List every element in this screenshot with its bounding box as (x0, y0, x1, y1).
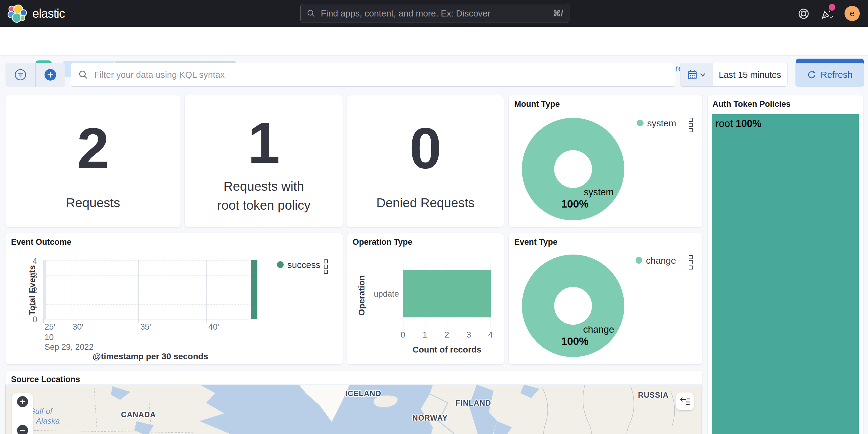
calendar-icon (687, 69, 697, 80)
x-tick: 4 (488, 330, 493, 340)
zoom-in-button[interactable]: + (17, 396, 28, 407)
panel-event-outcome: Event Outcome 4 3 2 1 0 Total Events 25'… (5, 233, 343, 365)
panel-mount-type: Mount Type system 100% system (509, 95, 702, 227)
metric-label: Requests (5, 194, 181, 212)
nav-bar: D Dashboard [Hashicorp Vault] Audit Logs… (0, 27, 868, 55)
operation-type-plot[interactable] (403, 263, 491, 327)
x-tick: 0 (400, 330, 405, 340)
bar-success[interactable] (251, 260, 257, 319)
x-axis-title: Count of records (403, 345, 491, 355)
panel-title: Source Locations (11, 375, 80, 384)
treemap-cell-root[interactable]: root 100% (712, 114, 859, 434)
panel-root-token-requests: 1 Requests with root token policy (185, 95, 343, 227)
legend-item[interactable]: system (647, 118, 676, 128)
avatar[interactable]: e (844, 6, 860, 21)
slice-label: change (583, 324, 614, 335)
search-icon (79, 70, 88, 80)
legend-actions-icon[interactable] (324, 259, 328, 274)
panel-title: Event Type (514, 237, 558, 247)
legend-actions-icon[interactable] (689, 255, 693, 269)
kql-input[interactable] (94, 69, 668, 80)
help-icon[interactable] (798, 8, 809, 20)
filter-icon (14, 68, 27, 81)
slice-value: 100% (561, 335, 589, 347)
panel-title: Operation Type (352, 237, 412, 247)
x-axis-title: @timestamp per 30 seconds (43, 352, 257, 361)
legend-collapse-icon (680, 397, 690, 406)
metric-label: Denied Requests (347, 194, 504, 212)
global-search[interactable]: ⌘/ (301, 4, 569, 23)
zoom-out-button[interactable]: − (17, 425, 28, 434)
x-tick: 40' (208, 322, 219, 332)
y-axis-title: Operation (357, 256, 367, 335)
time-picker-calendar-button[interactable] (680, 63, 713, 86)
map-label-canada: CANADA (121, 410, 156, 419)
x-tick: 35' (140, 322, 151, 332)
plus-circle-icon (44, 68, 57, 81)
x-tick: 2 (444, 330, 449, 340)
slice-value: 100% (561, 198, 589, 210)
metric-value: 1 (185, 114, 343, 172)
treemap-cell-value: 100% (736, 118, 761, 129)
bar-update[interactable] (403, 270, 491, 317)
chevron-down-icon (700, 73, 706, 77)
x-tick: 25' (44, 322, 55, 332)
time-range-display[interactable]: Last 15 minutes (713, 63, 787, 86)
add-filter-button[interactable] (35, 63, 66, 87)
elastic-logo-icon[interactable] (7, 4, 27, 23)
map-label-norway: NORWAY (412, 413, 448, 423)
top-bar: elastic ⌘/ e (0, 0, 868, 27)
category-label: update (365, 289, 399, 299)
event-outcome-plot[interactable] (43, 260, 257, 319)
x-tick: 3 (466, 330, 471, 340)
panel-denied-requests: 0 Denied Requests (347, 95, 504, 227)
map-label-iceland: ICELAND (345, 389, 381, 398)
legend-actions-icon[interactable] (689, 118, 693, 132)
slice-label: system (584, 187, 614, 198)
map-label-gulf-line2: Alaska (36, 416, 60, 426)
saved-query-button[interactable] (5, 63, 35, 87)
time-picker: Last 15 minutes (680, 63, 787, 87)
legend-dot (636, 257, 642, 264)
x-tick: 30' (72, 322, 83, 332)
panel-event-type: Event Type change 100% change (509, 233, 702, 365)
x-context-date: Sep 29, 2022 (44, 342, 94, 352)
kql-search-bar[interactable] (71, 63, 675, 87)
metric-value: 0 (347, 119, 504, 177)
map-legend-toggle-button[interactable] (676, 393, 694, 410)
filter-controls-group (5, 63, 65, 87)
panel-title: Event Outcome (11, 237, 71, 247)
panel-title: Auth Token Policies (712, 99, 790, 109)
panel-operation-type: Operation Type update Operation 0 1 2 3 … (347, 233, 504, 365)
legend-item[interactable]: change (646, 256, 676, 266)
map-label-finland: FINLAND (456, 399, 491, 407)
panel-auth-token-policies: Auth Token Policies root 100% (708, 95, 863, 434)
metric-value: 2 (5, 119, 181, 177)
metric-label-line1: Requests with (185, 177, 343, 196)
brand-wordmark[interactable]: elastic (32, 7, 65, 21)
treemap-cell-label: root (715, 118, 733, 129)
panel-source-locations: Source Locations (5, 371, 702, 434)
global-search-input[interactable] (320, 8, 553, 19)
refresh-icon (807, 70, 816, 79)
notification-dot (829, 4, 835, 11)
x-context-hour: 10 (44, 333, 54, 342)
search-icon (307, 9, 315, 18)
panel-requests: 2 Requests (5, 95, 181, 227)
legend-dot (637, 120, 644, 126)
kibana-dashboard: elastic ⌘/ e (0, 0, 868, 434)
search-shortcut: ⌘/ (553, 9, 563, 18)
map-label-russia: RUSSIA (638, 390, 669, 400)
panel-title: Mount Type (514, 99, 560, 109)
y-axis-title: Total Events (27, 251, 37, 330)
metric-label-line2: root token policy (185, 196, 343, 215)
refresh-button[interactable]: Refresh (796, 63, 864, 87)
legend-item[interactable]: success (287, 260, 320, 270)
map-zoom-control: + − (12, 393, 33, 434)
legend-dot (277, 261, 284, 268)
x-tick: 1 (423, 330, 427, 340)
